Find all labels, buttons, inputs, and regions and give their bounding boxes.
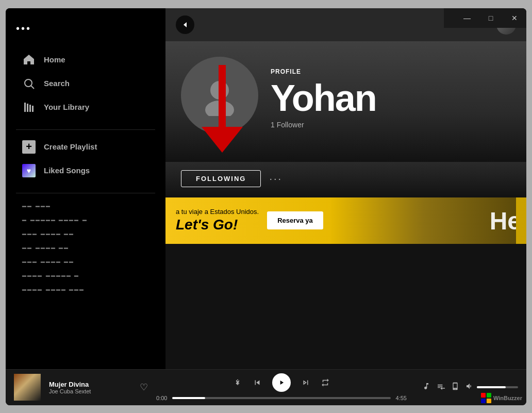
liked-songs-icon: ♥	[22, 164, 36, 177]
library-label: Your Library	[44, 103, 89, 111]
create-playlist-icon: +	[22, 140, 36, 154]
sidebar-item-library[interactable]: Your Library	[16, 96, 155, 118]
winbuzzer-watermark: WinBuzzer	[481, 393, 522, 403]
create-playlist-label: Create Playlist	[44, 142, 97, 151]
more-options-button[interactable]: ···	[269, 173, 282, 185]
svg-rect-4	[29, 105, 31, 112]
following-button[interactable]: FOLLOWING	[181, 170, 261, 187]
sidebar-nav: Home Search	[16, 49, 155, 118]
title-bar: — □ ✕	[444, 8, 526, 28]
repeat-button[interactable]	[321, 378, 330, 387]
shuffle-button[interactable]	[233, 378, 242, 387]
player-bar: Mujer Divina Joe Cuba Sextet ♡	[6, 369, 526, 405]
list-item[interactable]: ━━ ━━━━ ━━	[16, 241, 155, 255]
sidebar: ••• Home	[6, 8, 165, 369]
profile-label: PROFILE	[271, 68, 376, 75]
svg-point-6	[210, 81, 229, 100]
minimize-button[interactable]: —	[455, 8, 479, 28]
track-info: Mujer Divina Joe Cuba Sextet	[49, 381, 131, 394]
volume-track[interactable]	[477, 386, 518, 388]
maximize-button[interactable]: □	[479, 8, 503, 28]
volume-control[interactable]	[466, 382, 518, 392]
progress-track[interactable]	[172, 397, 390, 399]
progress-fill	[172, 397, 205, 399]
svg-rect-2	[24, 103, 26, 112]
track-artwork	[14, 374, 41, 401]
svg-point-0	[25, 79, 32, 87]
total-time: 4:55	[396, 395, 407, 401]
ad-cta-button[interactable]: Reserva ya	[267, 211, 323, 229]
sidebar-divider-2	[16, 193, 155, 193]
connect-button[interactable]	[451, 382, 459, 392]
sidebar-item-home[interactable]: Home	[16, 49, 155, 71]
home-label: Home	[44, 55, 65, 64]
ad-banner: a tu viaje a Estados Unidos. Let's Go! R…	[165, 197, 526, 244]
profile-name: Yohan	[271, 79, 376, 117]
back-button[interactable]	[176, 15, 194, 34]
list-item[interactable]: ━━━ ━━━━ ━━	[16, 255, 155, 269]
profile-content: PROFILE Yohan 1 Follower	[181, 57, 511, 134]
playlist-list: ━━ ━━━ ━ ━━━━━ ━━━━ ━ ━━━ ━━━━ ━━ ━━ ━━━…	[6, 200, 165, 369]
queue-button[interactable]	[437, 382, 445, 392]
current-time: 0:00	[156, 395, 167, 401]
ad-text-area: a tu viaje a Estados Unidos. Let's Go!	[176, 208, 259, 233]
library-icon	[22, 101, 36, 114]
liked-songs-item[interactable]: ♥ Liked Songs	[16, 160, 155, 181]
progress-bar[interactable]: 0:00 4:55	[156, 395, 407, 401]
app-window: — □ ✕ ••• Home	[6, 8, 526, 405]
list-item[interactable]: ━━ ━━━	[16, 200, 155, 213]
play-pause-button[interactable]	[272, 373, 291, 392]
next-button[interactable]	[301, 378, 310, 387]
sidebar-divider	[16, 129, 155, 130]
profile-actions: FOLLOWING ···	[181, 170, 511, 187]
search-icon	[22, 77, 36, 90]
volume-fill	[477, 386, 506, 388]
create-playlist-item[interactable]: + Create Playlist	[16, 136, 155, 158]
home-icon	[22, 53, 36, 67]
volume-icon	[466, 382, 474, 392]
svg-line-1	[31, 86, 35, 89]
ad-subtext: a tu viaje a Estados Unidos.	[176, 208, 259, 216]
profile-followers: 1 Follower	[271, 121, 376, 129]
search-label: Search	[44, 79, 70, 88]
player-controls	[233, 373, 330, 392]
list-item[interactable]: ━ ━━━━━ ━━━━ ━	[16, 213, 155, 227]
lyrics-button[interactable]	[422, 382, 430, 392]
sidebar-logo: •••	[16, 19, 155, 39]
svg-point-7	[205, 101, 234, 116]
ad-headline: Let's Go!	[176, 217, 259, 233]
main-content: PROFILE Yohan 1 Follower FOLLOWING ··· a…	[165, 8, 526, 369]
sidebar-top: ••• Home	[6, 8, 165, 123]
winbuzzer-text: WinBuzzer	[493, 395, 522, 401]
svg-rect-3	[27, 104, 28, 112]
close-button[interactable]: ✕	[503, 8, 526, 28]
player-right-controls	[415, 382, 518, 392]
winbuzzer-logo-icon	[481, 393, 491, 403]
profile-area: PROFILE Yohan 1 Follower	[165, 41, 526, 162]
ad-image: He	[331, 197, 516, 244]
profile-info: PROFILE Yohan 1 Follower	[271, 68, 376, 134]
spotify-dots-icon: •••	[16, 23, 31, 35]
svg-rect-5	[32, 106, 34, 112]
like-track-button[interactable]: ♡	[140, 382, 148, 393]
list-item[interactable]: ━━━ ━━━━ ━━	[16, 227, 155, 241]
sidebar-actions: + Create Playlist ♥ Liked Songs	[6, 136, 165, 181]
track-artist: Joe Cuba Sextet	[49, 388, 131, 394]
previous-button[interactable]	[253, 378, 262, 387]
profile-avatar	[181, 57, 258, 134]
liked-songs-label: Liked Songs	[44, 166, 90, 175]
sidebar-item-search[interactable]: Search	[16, 73, 155, 94]
list-item[interactable]: ━━━━ ━━━━ ━━━	[16, 283, 155, 297]
track-title: Mujer Divina	[49, 381, 131, 388]
ad-side-text: He	[490, 206, 516, 235]
profile-actions-area: FOLLOWING ···	[165, 162, 526, 197]
list-item[interactable]: ━━━━ ━━━━━ ━	[16, 269, 155, 283]
player-center: 0:00 4:55	[156, 373, 407, 401]
